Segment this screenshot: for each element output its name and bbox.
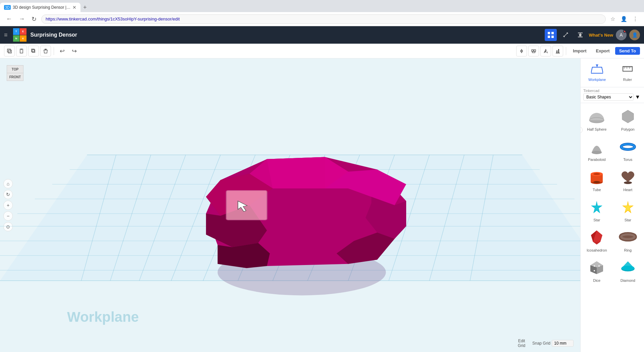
- svg-point-57: [592, 151, 602, 154]
- app-logo: T E N K: [13, 28, 26, 42]
- svg-rect-5: [7, 49, 10, 52]
- heart-icon: [618, 167, 638, 187]
- torus-svg: [619, 138, 637, 156]
- workplane-button[interactable]: Workplane: [583, 61, 611, 84]
- category-dropdown: Basic Shapes ▼: [581, 93, 644, 103]
- send-to-button[interactable]: Send To: [615, 47, 640, 55]
- profile-button[interactable]: 👤: [619, 14, 629, 24]
- paraboloid-label: Paraboloid: [588, 158, 606, 162]
- status-bar: Edit Grid Snap Grid 10 mm 1 mm 5 mm: [516, 338, 574, 349]
- snap-grid-select[interactable]: 10 mm 1 mm 5 mm: [552, 340, 574, 347]
- tab-close-button[interactable]: ✕: [72, 5, 76, 10]
- paraboloid-svg: [588, 138, 606, 156]
- nav-actions: ☆ 👤 ⋮: [608, 14, 640, 24]
- active-tab[interactable]: 3D 3D design Surprising Densor | Ti... ✕: [0, 3, 80, 12]
- address-bar[interactable]: [41, 14, 606, 24]
- shape-item-torus[interactable]: Torus: [613, 135, 643, 164]
- half-sphere-label: Half Sphere: [587, 127, 606, 131]
- reload-button[interactable]: ↻: [30, 14, 39, 24]
- forward-button[interactable]: →: [17, 14, 27, 24]
- shape-item-paraboloid[interactable]: Paraboloid: [582, 135, 612, 164]
- star-blue-label: Star: [593, 218, 600, 222]
- nav-bar: ← → ↻ ☆ 👤 ⋮: [0, 12, 644, 26]
- bookmark-button[interactable]: ☆: [608, 14, 617, 24]
- shape-item-diamond[interactable]: Diamond: [613, 256, 643, 284]
- shape-item-half-sphere[interactable]: Half Sphere: [582, 104, 612, 133]
- shapes-grid: Half Sphere Polygon: [581, 103, 644, 286]
- ring-svg: [619, 228, 637, 247]
- group-icon: [531, 48, 536, 54]
- tab-favicon: 3D: [4, 5, 11, 10]
- shape-item-dice[interactable]: Dice: [582, 256, 612, 284]
- wrench-icon: [562, 32, 569, 38]
- logo-e: E: [20, 28, 26, 35]
- separator-2: [566, 47, 566, 55]
- svg-point-66: [624, 181, 632, 184]
- delete-icon: [43, 48, 48, 54]
- icosahedron-svg: [588, 228, 606, 247]
- toolbar: ↩ ↪ Import Export Send To: [0, 44, 644, 58]
- diamond-svg: [619, 259, 637, 277]
- grid-view-button[interactable]: [545, 29, 557, 41]
- duplicate-icon: [31, 48, 36, 54]
- user-avatar[interactable]: 👤: [629, 30, 640, 40]
- redo-button[interactable]: ↪: [69, 46, 79, 56]
- copy-icon: [7, 48, 12, 54]
- shape-item-star-blue[interactable]: Star: [582, 195, 612, 224]
- import-button[interactable]: Import: [569, 47, 590, 55]
- category-select[interactable]: Basic Shapes: [583, 93, 634, 101]
- half-sphere-svg: [588, 107, 606, 126]
- viewport[interactable]: TOP FRONT ⌂ ↻ + − ⊙: [0, 58, 580, 352]
- ruler-btn-label: Ruler: [623, 78, 632, 82]
- paste-button[interactable]: [16, 46, 27, 56]
- star-yellow-svg: [619, 198, 637, 216]
- undo-button[interactable]: ↩: [57, 46, 67, 56]
- app: ≡ T E N K Surprising Densor: [0, 26, 644, 352]
- whats-new-button[interactable]: What's New: [589, 33, 613, 38]
- new-tab-button[interactable]: +: [80, 4, 90, 11]
- shape-item-ring[interactable]: Ring: [613, 225, 643, 254]
- ruler-button[interactable]: Ruler: [614, 61, 642, 84]
- logo-n: N: [13, 35, 20, 42]
- grid-align-icon: [555, 48, 560, 54]
- heart-svg: [619, 168, 637, 186]
- export-button[interactable]: [574, 29, 586, 41]
- duplicate-button[interactable]: [28, 46, 39, 56]
- export-icon: [577, 32, 584, 38]
- edit-grid-button[interactable]: Edit Grid: [516, 338, 527, 349]
- icosahedron-icon: [587, 227, 607, 248]
- mirror-button[interactable]: [540, 46, 551, 56]
- star-blue-icon: [587, 197, 607, 217]
- tools-button[interactable]: [559, 29, 572, 41]
- extensions-button[interactable]: ⋮: [631, 14, 640, 24]
- svg-point-80: [594, 265, 595, 267]
- heart-label: Heart: [623, 188, 632, 192]
- star-yellow-label: Star: [625, 218, 631, 222]
- workplane-btn-label: Workplane: [588, 78, 606, 82]
- diamond-label: Diamond: [621, 278, 635, 282]
- shape-item-tube[interactable]: Tube: [582, 165, 612, 194]
- shape-item-star-yellow[interactable]: Star: [613, 195, 643, 224]
- toolbar-right: Import Export Send To: [516, 46, 640, 56]
- avatar[interactable]: A: [616, 30, 627, 40]
- diamond-icon: [618, 258, 638, 278]
- avatar-letter: A: [620, 32, 623, 38]
- logo-k: K: [20, 35, 26, 42]
- shape-item-icosahedron[interactable]: Icosahedron: [582, 225, 612, 254]
- tab-title: 3D design Surprising Densor | Ti...: [13, 5, 70, 10]
- paraboloid-icon: [587, 137, 607, 157]
- svg-marker-44: [591, 67, 603, 73]
- shapes-container: › Half Sphere: [581, 103, 644, 286]
- shape-item-polygon[interactable]: Polygon: [613, 104, 643, 133]
- align-button[interactable]: [516, 46, 527, 56]
- shape-item-heart[interactable]: Heart: [613, 165, 643, 194]
- copy-button[interactable]: [4, 46, 15, 56]
- tube-svg: [588, 168, 606, 186]
- group-button[interactable]: [528, 46, 539, 56]
- back-button[interactable]: ←: [4, 14, 14, 24]
- grid-align-button[interactable]: [552, 46, 563, 56]
- delete-button[interactable]: [40, 46, 51, 56]
- export-button-toolbar[interactable]: Export: [592, 47, 614, 55]
- svg-marker-73: [593, 242, 600, 245]
- hamburger-menu-button[interactable]: ≡: [4, 32, 8, 39]
